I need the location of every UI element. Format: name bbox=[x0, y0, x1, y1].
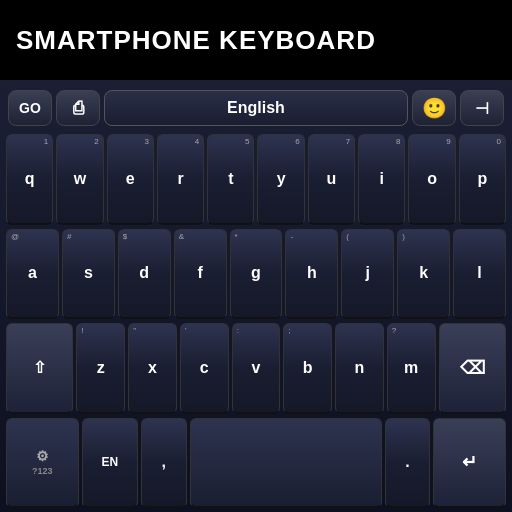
key-row-2: @a #s $d &f *g -h (j )k l bbox=[4, 229, 508, 320]
keyboard-container: GO ⎙ English 🙂 ⊣ 1q 2w 3e 4r 5t 6y 7u 8i… bbox=[0, 80, 512, 512]
gear-icon: ⚙ bbox=[36, 448, 49, 464]
key-g[interactable]: *g bbox=[230, 229, 283, 320]
key-z[interactable]: !z bbox=[76, 323, 125, 414]
language-button[interactable]: English bbox=[104, 90, 408, 126]
key-e[interactable]: 3e bbox=[107, 134, 154, 225]
backspace-icon: ⌫ bbox=[460, 357, 485, 379]
key-t[interactable]: 5t bbox=[207, 134, 254, 225]
key-b[interactable]: ;b bbox=[283, 323, 332, 414]
key-m[interactable]: ?m bbox=[387, 323, 436, 414]
key-i[interactable]: 8i bbox=[358, 134, 405, 225]
space-key[interactable] bbox=[190, 418, 382, 509]
key-a[interactable]: @a bbox=[6, 229, 59, 320]
shift-icon: ⇧ bbox=[33, 358, 46, 377]
backspace-key[interactable]: ⌫ bbox=[439, 323, 506, 414]
key-n[interactable]: n bbox=[335, 323, 384, 414]
key-w[interactable]: 2w bbox=[56, 134, 103, 225]
key-u[interactable]: 7u bbox=[308, 134, 355, 225]
key-v[interactable]: :v bbox=[232, 323, 281, 414]
key-s[interactable]: #s bbox=[62, 229, 115, 320]
emoji-icon: 🙂 bbox=[422, 96, 447, 120]
key-j[interactable]: (j bbox=[341, 229, 394, 320]
key-y[interactable]: 6y bbox=[257, 134, 304, 225]
key-d[interactable]: $d bbox=[118, 229, 171, 320]
key-l[interactable]: l bbox=[453, 229, 506, 320]
title-bar: SMARTPHONE KEYBOARD bbox=[0, 0, 512, 80]
key-k[interactable]: )k bbox=[397, 229, 450, 320]
emoji-button[interactable]: 🙂 bbox=[412, 90, 456, 126]
key-row-1: 1q 2w 3e 4r 5t 6y 7u 8i 9o 0p bbox=[4, 134, 508, 225]
settings-label: ?123 bbox=[32, 466, 53, 476]
period-key[interactable]: . bbox=[385, 418, 431, 509]
key-h[interactable]: -h bbox=[285, 229, 338, 320]
clipboard-icon: ⎙ bbox=[73, 98, 84, 119]
bottom-row: ⚙ ?123 EN , . ↵ bbox=[4, 418, 508, 509]
key-q[interactable]: 1q bbox=[6, 134, 53, 225]
go-button[interactable]: GO bbox=[8, 90, 52, 126]
key-x[interactable]: "x bbox=[128, 323, 177, 414]
enter-key[interactable]: ↵ bbox=[433, 418, 506, 509]
comma-key[interactable]: , bbox=[141, 418, 187, 509]
language-key[interactable]: EN bbox=[82, 418, 138, 509]
key-o[interactable]: 9o bbox=[408, 134, 455, 225]
key-p[interactable]: 0p bbox=[459, 134, 506, 225]
shift-key[interactable]: ⇧ bbox=[6, 323, 73, 414]
key-r[interactable]: 4r bbox=[157, 134, 204, 225]
key-c[interactable]: 'c bbox=[180, 323, 229, 414]
keyboard-icon: ⊣ bbox=[475, 99, 489, 118]
toolbar-row: GO ⎙ English 🙂 ⊣ bbox=[4, 86, 508, 130]
clipboard-button[interactable]: ⎙ bbox=[56, 90, 100, 126]
settings-key[interactable]: ⚙ ?123 bbox=[6, 418, 79, 509]
enter-icon: ↵ bbox=[462, 451, 477, 473]
key-f[interactable]: &f bbox=[174, 229, 227, 320]
key-row-3: ⇧ !z "x 'c :v ;b n ?m ⌫ bbox=[4, 323, 508, 414]
keyboard-icon-button[interactable]: ⊣ bbox=[460, 90, 504, 126]
app-title: SMARTPHONE KEYBOARD bbox=[16, 25, 376, 56]
